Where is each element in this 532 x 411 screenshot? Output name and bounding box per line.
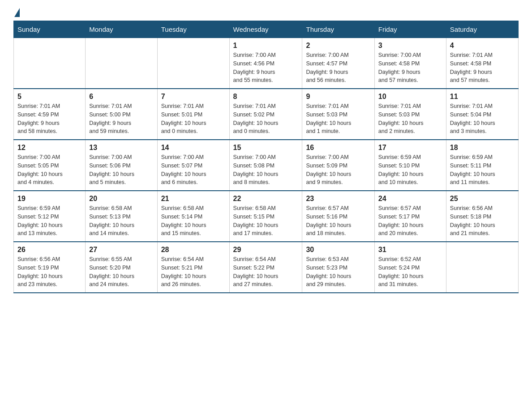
day-info: Sunrise: 6:56 AMSunset: 5:18 PMDaylight:… <box>450 204 515 238</box>
calendar-cell: 6Sunrise: 7:01 AMSunset: 5:00 PMDaylight… <box>86 89 157 140</box>
week-row-4: 19Sunrise: 6:59 AMSunset: 5:12 PMDayligh… <box>14 191 519 242</box>
calendar-cell <box>446 242 518 293</box>
calendar-cell: 31Sunrise: 6:52 AMSunset: 5:24 PMDayligh… <box>374 242 446 293</box>
day-number: 6 <box>89 93 153 101</box>
calendar-cell: 5Sunrise: 7:01 AMSunset: 4:59 PMDaylight… <box>14 89 86 140</box>
day-info: Sunrise: 7:00 AMSunset: 4:57 PMDaylight:… <box>306 51 370 85</box>
calendar-cell: 16Sunrise: 7:00 AMSunset: 5:09 PMDayligh… <box>302 140 374 191</box>
calendar-cell: 24Sunrise: 6:57 AMSunset: 5:17 PMDayligh… <box>374 191 446 242</box>
calendar-cell: 14Sunrise: 7:00 AMSunset: 5:07 PMDayligh… <box>157 140 229 191</box>
day-info: Sunrise: 7:00 AMSunset: 5:06 PMDaylight:… <box>89 153 153 187</box>
day-info: Sunrise: 7:00 AMSunset: 4:56 PMDaylight:… <box>233 51 299 85</box>
calendar-cell: 22Sunrise: 6:58 AMSunset: 5:15 PMDayligh… <box>229 191 302 242</box>
calendar-body: 1Sunrise: 7:00 AMSunset: 4:56 PMDaylight… <box>14 38 519 293</box>
day-info: Sunrise: 6:58 AMSunset: 5:14 PMDaylight:… <box>161 204 226 238</box>
week-row-5: 26Sunrise: 6:56 AMSunset: 5:19 PMDayligh… <box>14 242 519 293</box>
day-header-tuesday: Tuesday <box>157 21 229 38</box>
day-info: Sunrise: 7:01 AMSunset: 5:02 PMDaylight:… <box>233 102 299 136</box>
day-info: Sunrise: 6:52 AMSunset: 5:24 PMDaylight:… <box>378 255 442 289</box>
calendar-cell <box>157 38 229 89</box>
calendar-cell: 7Sunrise: 7:01 AMSunset: 5:01 PMDaylight… <box>157 89 229 140</box>
day-header-sunday: Sunday <box>14 21 86 38</box>
calendar-cell <box>14 38 86 89</box>
day-info: Sunrise: 7:00 AMSunset: 4:58 PMDaylight:… <box>378 51 442 85</box>
calendar-cell: 11Sunrise: 7:01 AMSunset: 5:04 PMDayligh… <box>446 89 518 140</box>
calendar-cell: 20Sunrise: 6:58 AMSunset: 5:13 PMDayligh… <box>86 191 157 242</box>
day-number: 15 <box>233 144 299 152</box>
day-headers-row: SundayMondayTuesdayWednesdayThursdayFrid… <box>14 21 519 38</box>
day-info: Sunrise: 6:59 AMSunset: 5:10 PMDaylight:… <box>378 153 442 187</box>
day-number: 28 <box>161 246 226 254</box>
logo <box>13 9 20 15</box>
day-number: 20 <box>89 195 153 203</box>
day-info: Sunrise: 6:54 AMSunset: 5:21 PMDaylight:… <box>161 255 226 289</box>
day-number: 8 <box>233 93 299 101</box>
day-number: 16 <box>306 144 370 152</box>
day-header-friday: Friday <box>374 21 446 38</box>
calendar-cell: 3Sunrise: 7:00 AMSunset: 4:58 PMDaylight… <box>374 38 446 89</box>
day-info: Sunrise: 7:01 AMSunset: 5:03 PMDaylight:… <box>306 102 370 136</box>
calendar-cell: 13Sunrise: 7:00 AMSunset: 5:06 PMDayligh… <box>86 140 157 191</box>
day-info: Sunrise: 6:54 AMSunset: 5:22 PMDaylight:… <box>233 255 299 289</box>
calendar-cell: 15Sunrise: 7:00 AMSunset: 5:08 PMDayligh… <box>229 140 302 191</box>
calendar-cell: 28Sunrise: 6:54 AMSunset: 5:21 PMDayligh… <box>157 242 229 293</box>
day-info: Sunrise: 7:01 AMSunset: 5:04 PMDaylight:… <box>450 102 515 136</box>
day-number: 17 <box>378 144 442 152</box>
calendar-cell: 10Sunrise: 7:01 AMSunset: 5:03 PMDayligh… <box>374 89 446 140</box>
day-info: Sunrise: 6:59 AMSunset: 5:12 PMDaylight:… <box>17 204 82 238</box>
day-number: 31 <box>378 246 442 254</box>
week-row-3: 12Sunrise: 7:00 AMSunset: 5:05 PMDayligh… <box>14 140 519 191</box>
day-info: Sunrise: 6:57 AMSunset: 5:16 PMDaylight:… <box>306 204 370 238</box>
day-number: 19 <box>17 195 82 203</box>
day-number: 2 <box>306 42 370 50</box>
day-number: 25 <box>450 195 515 203</box>
calendar-cell: 21Sunrise: 6:58 AMSunset: 5:14 PMDayligh… <box>157 191 229 242</box>
day-number: 5 <box>17 93 82 101</box>
day-info: Sunrise: 7:01 AMSunset: 5:03 PMDaylight:… <box>378 102 442 136</box>
header <box>13 9 519 15</box>
day-info: Sunrise: 7:00 AMSunset: 5:07 PMDaylight:… <box>161 153 226 187</box>
day-info: Sunrise: 7:00 AMSunset: 5:05 PMDaylight:… <box>17 153 82 187</box>
day-number: 30 <box>306 246 370 254</box>
day-header-thursday: Thursday <box>302 21 374 38</box>
day-header-saturday: Saturday <box>446 21 518 38</box>
calendar-cell: 25Sunrise: 6:56 AMSunset: 5:18 PMDayligh… <box>446 191 518 242</box>
calendar-cell: 18Sunrise: 6:59 AMSunset: 5:11 PMDayligh… <box>446 140 518 191</box>
day-info: Sunrise: 6:59 AMSunset: 5:11 PMDaylight:… <box>450 153 515 187</box>
day-info: Sunrise: 7:01 AMSunset: 4:59 PMDaylight:… <box>17 102 82 136</box>
calendar-cell: 29Sunrise: 6:54 AMSunset: 5:22 PMDayligh… <box>229 242 302 293</box>
day-number: 3 <box>378 42 442 50</box>
calendar-header: SundayMondayTuesdayWednesdayThursdayFrid… <box>14 21 519 38</box>
logo-triangle-icon <box>14 8 20 17</box>
calendar-cell: 27Sunrise: 6:55 AMSunset: 5:20 PMDayligh… <box>86 242 157 293</box>
day-info: Sunrise: 6:58 AMSunset: 5:13 PMDaylight:… <box>89 204 153 238</box>
day-number: 14 <box>161 144 226 152</box>
day-number: 7 <box>161 93 226 101</box>
day-info: Sunrise: 6:58 AMSunset: 5:15 PMDaylight:… <box>233 204 299 238</box>
day-number: 23 <box>306 195 370 203</box>
calendar-cell: 19Sunrise: 6:59 AMSunset: 5:12 PMDayligh… <box>14 191 86 242</box>
day-info: Sunrise: 7:00 AMSunset: 5:09 PMDaylight:… <box>306 153 370 187</box>
day-info: Sunrise: 7:01 AMSunset: 5:01 PMDaylight:… <box>161 102 226 136</box>
calendar-cell: 9Sunrise: 7:01 AMSunset: 5:03 PMDaylight… <box>302 89 374 140</box>
week-row-1: 1Sunrise: 7:00 AMSunset: 4:56 PMDaylight… <box>14 38 519 89</box>
calendar-cell: 12Sunrise: 7:00 AMSunset: 5:05 PMDayligh… <box>14 140 86 191</box>
day-number: 29 <box>233 246 299 254</box>
calendar-table: SundayMondayTuesdayWednesdayThursdayFrid… <box>13 21 519 293</box>
calendar-cell: 1Sunrise: 7:00 AMSunset: 4:56 PMDaylight… <box>229 38 302 89</box>
day-number: 12 <box>17 144 82 152</box>
day-info: Sunrise: 7:01 AMSunset: 4:58 PMDaylight:… <box>450 51 515 85</box>
day-header-wednesday: Wednesday <box>229 21 302 38</box>
day-number: 9 <box>306 93 370 101</box>
day-number: 13 <box>89 144 153 152</box>
day-number: 22 <box>233 195 299 203</box>
calendar-cell: 4Sunrise: 7:01 AMSunset: 4:58 PMDaylight… <box>446 38 518 89</box>
day-number: 21 <box>161 195 226 203</box>
day-number: 10 <box>378 93 442 101</box>
calendar-cell: 2Sunrise: 7:00 AMSunset: 4:57 PMDaylight… <box>302 38 374 89</box>
day-number: 4 <box>450 42 515 50</box>
day-number: 26 <box>17 246 82 254</box>
calendar-cell: 26Sunrise: 6:56 AMSunset: 5:19 PMDayligh… <box>14 242 86 293</box>
day-header-monday: Monday <box>86 21 157 38</box>
day-info: Sunrise: 6:53 AMSunset: 5:23 PMDaylight:… <box>306 255 370 289</box>
